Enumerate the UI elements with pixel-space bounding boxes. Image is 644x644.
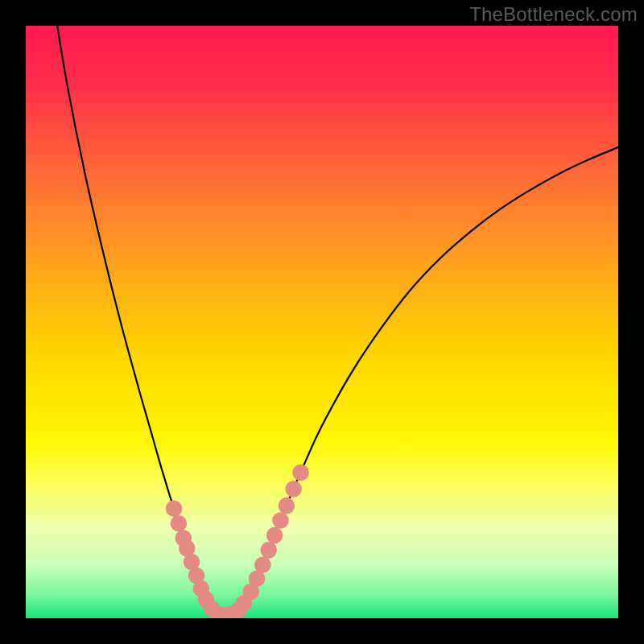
curve-marker: [254, 556, 271, 573]
curve-marker: [272, 512, 289, 529]
curve-marker: [166, 501, 183, 518]
curve-marker: [292, 464, 309, 481]
curve-marker: [171, 515, 188, 532]
curve-marker: [260, 542, 277, 559]
chart-background: [26, 26, 618, 618]
chart-svg: [26, 26, 618, 618]
chart-plot-area: [26, 26, 618, 618]
curve-marker: [279, 497, 295, 514]
curve-marker: [266, 527, 283, 544]
chart-frame: TheBottleneck.com: [0, 0, 644, 644]
curve-marker: [285, 481, 302, 497]
watermark-text: TheBottleneck.com: [469, 3, 638, 26]
